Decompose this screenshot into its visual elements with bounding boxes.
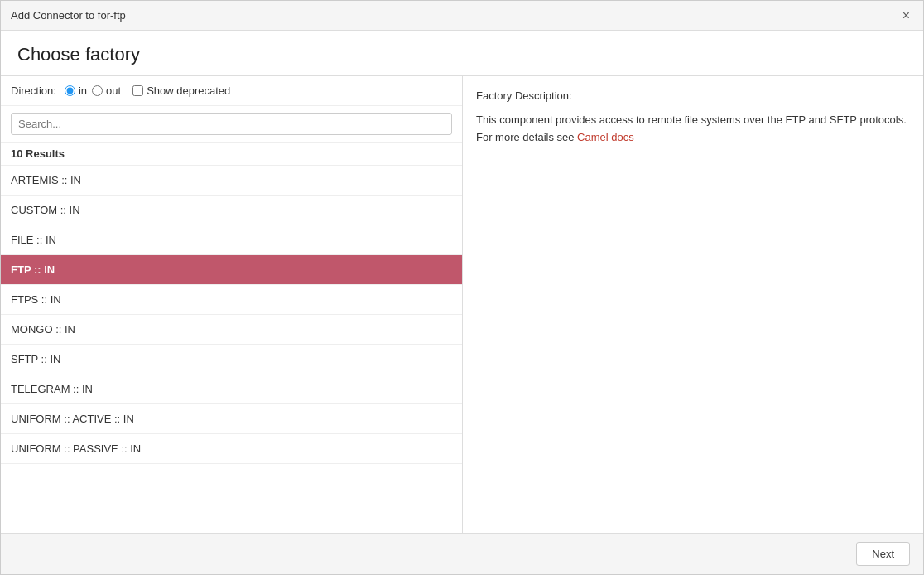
dialog-content: Direction: in out Show deprecated [1,76,923,533]
list-item[interactable]: FILE :: IN [1,225,462,255]
show-deprecated-checkbox[interactable] [132,85,143,96]
direction-row: Direction: in out Show deprecated [1,76,462,106]
list-item[interactable]: CUSTOM :: IN [1,196,462,225]
list-item-selected[interactable]: FTP :: IN [1,255,462,285]
search-area [1,106,462,143]
dialog-footer: Next [1,533,923,574]
factory-list: ARTEMIS :: IN CUSTOM :: IN FILE :: IN FT… [1,166,462,533]
list-item[interactable]: MONGO :: IN [1,315,462,345]
direction-in-radio[interactable]: in [65,85,87,97]
page-title: Choose factory [17,44,907,65]
dialog-body: Choose factory Direction: in out [1,31,923,533]
show-deprecated-checkbox-label[interactable]: Show deprecated [132,85,230,97]
direction-in-label: in [79,85,87,97]
show-deprecated-label: Show deprecated [147,85,230,97]
titlebar: Add Connector to for-ftp × [1,1,923,31]
dialog: Add Connector to for-ftp × Choose factor… [0,0,924,575]
results-count: 10 Results [1,143,462,166]
list-item[interactable]: UNIFORM :: ACTIVE :: IN [1,404,462,434]
list-item[interactable]: FTPS :: IN [1,285,462,315]
search-input[interactable] [11,113,452,135]
description-text-before: This component provides access to remote… [476,114,907,143]
dialog-header: Choose factory [1,31,923,76]
next-button[interactable]: Next [856,542,910,566]
direction-out-radio[interactable]: out [92,85,121,97]
list-item[interactable]: ARTEMIS :: IN [1,166,462,196]
close-button[interactable]: × [899,7,913,24]
description-text: This component provides access to remote… [476,112,910,147]
dialog-title: Add Connector to for-ftp [11,9,126,22]
direction-out-input[interactable] [92,85,103,96]
right-panel: Factory Description: This component prov… [463,76,923,533]
camel-docs-link[interactable]: Camel docs [577,131,634,143]
list-item[interactable]: SFTP :: IN [1,345,462,374]
factory-description-title: Factory Description: [476,89,910,102]
direction-in-input[interactable] [65,85,75,96]
direction-out-label: out [106,85,121,97]
list-item[interactable]: TELEGRAM :: IN [1,374,462,404]
left-panel: Direction: in out Show deprecated [1,76,463,533]
direction-label: Direction: [11,85,56,97]
list-item[interactable]: UNIFORM :: PASSIVE :: IN [1,434,462,464]
